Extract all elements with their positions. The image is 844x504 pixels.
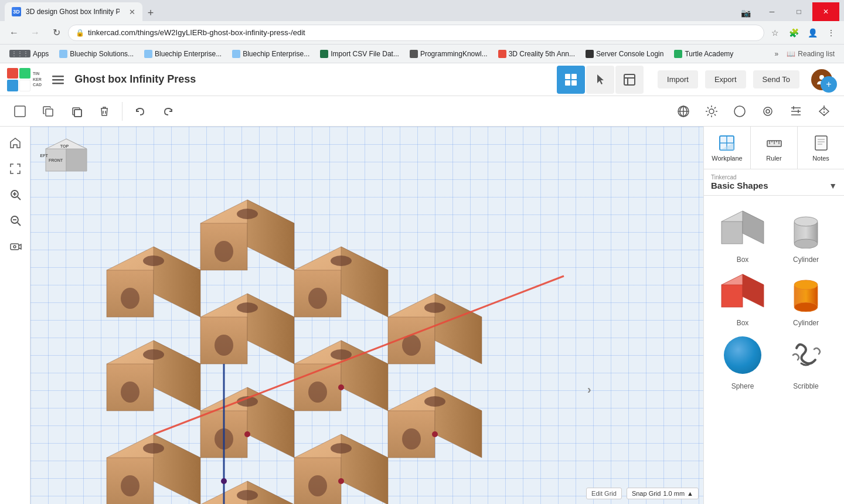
- browser-tab[interactable]: 3D 3D design Ghost box Infinity Pre... ✕: [5, 2, 142, 21]
- zoom-fit-button[interactable]: [4, 157, 27, 181]
- bookmark-apps[interactable]: ⋮⋮⋮ Apps: [5, 47, 53, 61]
- svg-text:TOP: TOP: [60, 144, 69, 148]
- view-mode-grid-button[interactable]: [557, 66, 585, 94]
- svg-rect-11: [15, 106, 25, 117]
- new-shape-button[interactable]: [7, 98, 33, 124]
- shape-sphere[interactable]: Sphere: [713, 332, 772, 390]
- notes-button[interactable]: Notes: [798, 127, 844, 169]
- workplane-button[interactable]: Workplane: [704, 127, 751, 169]
- bookmark-csv[interactable]: Import CSV File Dat...: [315, 47, 404, 61]
- shape-box-red[interactable]: Box: [713, 268, 772, 327]
- maximize-button[interactable]: □: [785, 2, 812, 21]
- omnibar: ← → ↻ 🔒 tinkercad.com/things/eW2IgyLIERb…: [0, 21, 844, 45]
- shape-cylinder-orange[interactable]: Cylinder: [777, 268, 835, 327]
- bookmark-bluechip1[interactable]: Bluechip Solutions...: [55, 47, 138, 61]
- shape-scribble-preview: [777, 332, 835, 379]
- forward-button[interactable]: →: [26, 23, 45, 42]
- workplane-label: Workplane: [712, 155, 742, 162]
- home-view-button[interactable]: [4, 131, 27, 155]
- svg-point-93: [143, 349, 164, 360]
- bookmarks-bar: ⋮⋮⋮ Apps Bluechip Solutions... Bluechip …: [0, 45, 844, 63]
- svg-point-84: [308, 382, 327, 403]
- bookmark-button[interactable]: ☆: [767, 25, 783, 41]
- menu-button[interactable]: ⋮: [823, 25, 839, 41]
- viewport[interactable]: TOP FRONT LEFT: [30, 127, 703, 504]
- back-button[interactable]: ←: [5, 23, 23, 42]
- shape-box-gray[interactable]: Box: [713, 205, 772, 264]
- svg-rect-7: [624, 74, 635, 85]
- extensions-button[interactable]: 🧩: [785, 25, 802, 41]
- undo-button[interactable]: [127, 98, 153, 124]
- delete-button[interactable]: [91, 98, 117, 124]
- ruler-button[interactable]: Ruler: [751, 127, 798, 169]
- camera-pan-button[interactable]: [4, 234, 27, 258]
- snap-grid-control[interactable]: Snap Grid 1.0 mm ▲: [627, 488, 699, 499]
- project-name: Ghost box Infinity Press: [74, 73, 196, 86]
- svg-point-103: [331, 443, 352, 454]
- export-button[interactable]: Export: [705, 70, 746, 88]
- right-panel-actions: Workplane Ruler: [704, 127, 844, 169]
- bookmark-turtle[interactable]: Turtle Academy: [669, 47, 738, 61]
- notes-label: Notes: [812, 155, 829, 162]
- refresh-button[interactable]: ↻: [47, 23, 66, 42]
- send-to-button[interactable]: Send To: [753, 70, 799, 88]
- view-mode-build-button[interactable]: [615, 66, 644, 94]
- bookmark-bluechip3[interactable]: Bluechip Enterprise...: [227, 47, 314, 61]
- view-cube[interactable]: TOP FRONT LEFT: [40, 136, 93, 189]
- svg-point-156: [794, 302, 818, 312]
- circle-tool-button[interactable]: [755, 98, 781, 124]
- reading-list-button[interactable]: 📖 Reading list: [782, 50, 839, 58]
- svg-point-126: [338, 478, 344, 484]
- view-mode-pick-button[interactable]: [586, 66, 614, 94]
- snap-grid-up-icon[interactable]: ▲: [687, 490, 693, 497]
- tinkercad-logo[interactable]: TINKERCAD: [7, 68, 42, 91]
- svg-point-31: [764, 107, 772, 115]
- bookmark-server-console[interactable]: Server Console Login: [581, 47, 668, 61]
- viewport-status: Edit Grid Snap Grid 1.0 mm ▲: [586, 488, 699, 499]
- tab-close-button[interactable]: ✕: [129, 8, 135, 16]
- svg-point-30: [734, 106, 745, 117]
- hamburger-menu-button[interactable]: [49, 70, 67, 89]
- zoom-out-button[interactable]: [4, 209, 27, 232]
- profile-button[interactable]: 👤: [804, 25, 821, 41]
- shape-toggle-button[interactable]: [727, 98, 753, 124]
- shape-scribble[interactable]: Scribble: [777, 332, 835, 390]
- svg-text:FRONT: FRONT: [49, 158, 63, 162]
- shape-cylinder-gray[interactable]: Cylinder: [777, 205, 835, 264]
- svg-line-26: [707, 107, 709, 108]
- shapes-grid: Box: [704, 196, 844, 504]
- import-button[interactable]: Import: [658, 70, 698, 88]
- light-icon[interactable]: [699, 98, 724, 124]
- svg-rect-2: [52, 83, 64, 84]
- view-home-button[interactable]: [671, 98, 696, 124]
- svg-rect-12: [46, 109, 53, 116]
- svg-point-89: [402, 428, 421, 449]
- bookmark-creality[interactable]: 3D Creality 5th Ann...: [494, 47, 580, 61]
- copy-button[interactable]: [35, 98, 61, 124]
- bookmarks-more-button[interactable]: »: [772, 50, 781, 58]
- shape-scribble-label: Scribble: [793, 382, 818, 390]
- zoom-in-button[interactable]: [4, 183, 27, 206]
- app-container: TINKERCAD Ghost box Infinity Press: [0, 63, 844, 504]
- bookmark-bluechip2[interactable]: Bluechip Enterprise...: [139, 47, 226, 61]
- shapes-dropdown-button[interactable]: ▼: [829, 181, 837, 190]
- new-tab-button[interactable]: +: [142, 5, 159, 21]
- shapes-title: Basic Shapes: [711, 181, 768, 190]
- 3d-model: ›: [77, 197, 605, 504]
- svg-point-73: [143, 256, 164, 266]
- bookmark-programming[interactable]: ProgrammingKnowl...: [405, 47, 492, 61]
- svg-point-108: [143, 443, 164, 454]
- svg-rect-3: [565, 74, 570, 79]
- close-button[interactable]: ✕: [812, 2, 839, 21]
- svg-marker-51: [66, 149, 87, 171]
- redo-button[interactable]: [155, 98, 181, 124]
- edit-grid-button[interactable]: Edit Grid: [586, 488, 622, 499]
- url-bar[interactable]: 🔒 tinkercad.com/things/eW2IgyLIERb-ghost…: [68, 25, 764, 41]
- shape-box-gray-preview: [713, 205, 772, 252]
- minimize-button[interactable]: ─: [758, 2, 785, 21]
- toolbar: [0, 96, 844, 127]
- align-button[interactable]: [783, 98, 809, 124]
- duplicate-button[interactable]: [63, 98, 89, 124]
- mirror-button[interactable]: [811, 98, 837, 124]
- add-user-button[interactable]: +: [821, 76, 837, 93]
